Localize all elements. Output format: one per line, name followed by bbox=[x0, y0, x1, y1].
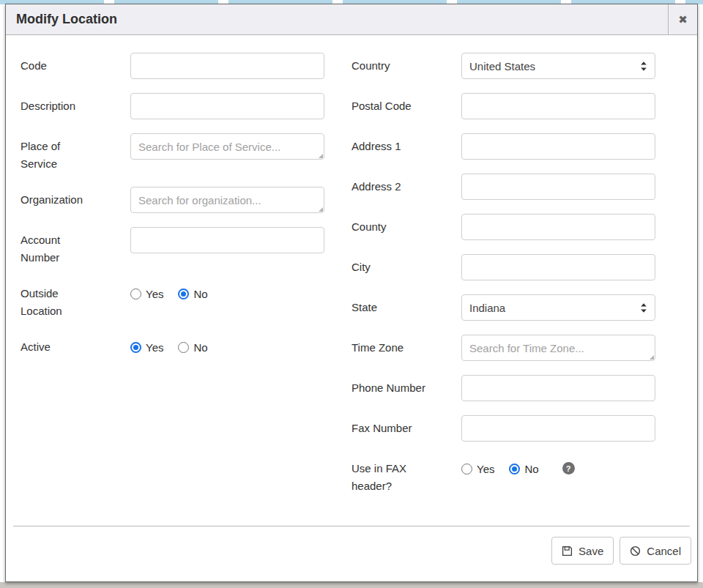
country-select[interactable]: United States bbox=[461, 53, 655, 79]
form-row-description: Description bbox=[21, 93, 352, 119]
radio-option-label: Yes bbox=[477, 463, 494, 475]
form-row-county: County bbox=[352, 214, 682, 240]
help-icon[interactable]: ? bbox=[562, 462, 575, 475]
phone-number-input[interactable] bbox=[461, 375, 655, 401]
radio-unselected-icon bbox=[461, 464, 472, 475]
radio-active-no[interactable]: No bbox=[178, 341, 207, 354]
radio-use-in-fax-header-yes[interactable]: Yes bbox=[461, 463, 494, 475]
address-1-input[interactable] bbox=[461, 133, 655, 160]
postal-code-input[interactable] bbox=[461, 93, 655, 119]
field-control-account-number bbox=[130, 227, 324, 267]
organization-search-input[interactable] bbox=[130, 187, 324, 213]
save-button[interactable]: Save bbox=[551, 537, 614, 565]
form-row-place-of-service: Place of Service bbox=[21, 133, 352, 173]
cancel-button[interactable]: Cancel bbox=[620, 537, 691, 565]
save-floppy-icon bbox=[562, 546, 573, 557]
radio-option-label: No bbox=[193, 288, 207, 300]
field-label-account-number: Account Number bbox=[21, 227, 130, 267]
close-button[interactable]: ✖ bbox=[668, 4, 697, 34]
modal-body: CodeDescriptionPlace of ServiceOrganizat… bbox=[6, 35, 697, 526]
form-row-phone-number: Phone Number bbox=[352, 375, 682, 401]
form-row-country: CountryUnited States bbox=[352, 53, 682, 79]
field-label-state: State bbox=[352, 294, 461, 321]
radio-option-label: No bbox=[193, 341, 207, 354]
radio-selected-icon bbox=[178, 289, 189, 299]
radio-active-yes[interactable]: Yes bbox=[130, 341, 163, 354]
field-label-place-of-service: Place of Service bbox=[21, 133, 130, 173]
field-control-address-1 bbox=[461, 133, 655, 160]
form-row-account-number: Account Number bbox=[21, 227, 352, 267]
form-row-address-2: Address 2 bbox=[352, 174, 682, 200]
modal-header: Modify Location ✖ bbox=[6, 4, 697, 35]
field-label-fax-number: Fax Number bbox=[352, 415, 461, 442]
resize-corner-icon bbox=[650, 355, 654, 360]
background-bottom-strip bbox=[0, 582, 703, 588]
field-label-city: City bbox=[352, 254, 461, 280]
footer-divider bbox=[13, 526, 690, 526]
cancel-button-label: Cancel bbox=[647, 545, 681, 557]
radio-outside-location-yes[interactable]: Yes bbox=[130, 288, 163, 300]
field-control-address-2 bbox=[461, 174, 655, 200]
field-control-active: YesNo bbox=[130, 334, 324, 360]
fax-number-input[interactable] bbox=[461, 415, 655, 442]
field-label-address-1: Address 1 bbox=[352, 133, 461, 160]
field-control-state: Indiana bbox=[461, 294, 655, 321]
address-2-input[interactable] bbox=[461, 174, 655, 200]
field-control-place-of-service bbox=[130, 133, 324, 173]
field-control-county bbox=[461, 214, 655, 240]
form-row-active: ActiveYesNo bbox=[21, 334, 352, 360]
radio-selected-icon bbox=[509, 464, 520, 475]
field-label-time-zone: Time Zone bbox=[352, 335, 461, 361]
field-label-organization: Organization bbox=[21, 187, 130, 213]
field-label-description: Description bbox=[21, 93, 130, 119]
save-button-label: Save bbox=[579, 545, 603, 557]
form-column-left: CodeDescriptionPlace of ServiceOrganizat… bbox=[21, 53, 352, 526]
field-label-use-in-fax-header: Use in FAX header? bbox=[352, 455, 461, 495]
modal-footer: Save Cancel bbox=[6, 526, 697, 581]
field-label-country: Country bbox=[352, 53, 461, 79]
field-label-code: Code bbox=[21, 53, 130, 79]
county-input[interactable] bbox=[461, 214, 655, 240]
form-row-use-in-fax-header: Use in FAX header?YesNo? bbox=[352, 455, 682, 495]
radio-use-in-fax-header-no[interactable]: No bbox=[509, 463, 538, 475]
cancel-ban-icon bbox=[630, 546, 641, 557]
select-arrows-icon bbox=[640, 61, 647, 72]
modify-location-modal: Modify Location ✖ CodeDescriptionPlace o… bbox=[5, 4, 698, 582]
state-select[interactable]: Indiana bbox=[461, 294, 655, 321]
form-row-time-zone: Time Zone bbox=[352, 335, 682, 361]
field-label-county: County bbox=[352, 214, 461, 240]
account-number-input[interactable] bbox=[130, 227, 324, 253]
resize-corner-icon bbox=[319, 207, 323, 212]
field-control-organization bbox=[130, 187, 324, 213]
use-in-fax-header-radio-group: YesNo? bbox=[461, 455, 655, 475]
field-control-code bbox=[130, 53, 324, 79]
form-row-postal-code: Postal Code bbox=[352, 93, 682, 119]
field-control-fax-number bbox=[461, 415, 655, 442]
radio-option-label: Yes bbox=[146, 341, 163, 354]
field-control-time-zone bbox=[461, 335, 655, 361]
field-label-postal-code: Postal Code bbox=[352, 93, 461, 119]
radio-outside-location-no[interactable]: No bbox=[178, 288, 207, 300]
field-control-description bbox=[130, 93, 324, 119]
form-row-address-1: Address 1 bbox=[352, 133, 682, 160]
field-label-phone-number: Phone Number bbox=[352, 375, 461, 401]
description-input[interactable] bbox=[130, 93, 324, 119]
form-row-fax-number: Fax Number bbox=[352, 415, 682, 442]
form-row-code: Code bbox=[21, 53, 352, 79]
state-select-value: Indiana bbox=[469, 302, 640, 314]
radio-unselected-icon bbox=[130, 289, 141, 299]
form-row-outside-location: Outside LocationYesNo bbox=[21, 280, 352, 320]
radio-selected-icon bbox=[130, 342, 141, 353]
close-icon: ✖ bbox=[678, 13, 688, 26]
field-control-postal-code bbox=[461, 93, 655, 119]
code-input[interactable] bbox=[130, 53, 324, 79]
field-label-address-2: Address 2 bbox=[352, 174, 461, 200]
city-input[interactable] bbox=[461, 254, 655, 280]
time-zone-search-input[interactable] bbox=[461, 335, 655, 361]
country-select-value: United States bbox=[469, 60, 640, 72]
radio-option-label: No bbox=[524, 463, 538, 475]
place-of-service-search-input[interactable] bbox=[130, 133, 324, 160]
page-title: Modify Location bbox=[6, 12, 668, 27]
outside-location-radio-group: YesNo bbox=[130, 280, 324, 300]
resize-corner-icon bbox=[319, 154, 323, 158]
